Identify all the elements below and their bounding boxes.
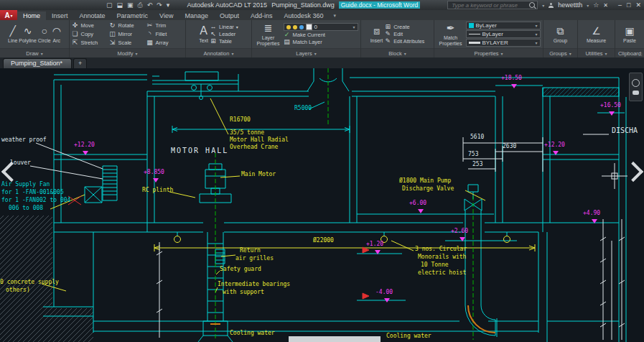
ribbon-tab-manage[interactable]: Manage xyxy=(179,11,214,20)
table-tool[interactable]: ⊞Table xyxy=(210,38,238,45)
ribbon-minimize-icon[interactable]: – xyxy=(633,52,636,57)
drawing-canvas[interactable]: +18.50+16.50R5000R1670035/5 tonneMotor H… xyxy=(0,68,644,342)
layer-properties-button[interactable]: ≣ Layer Properties xyxy=(255,22,282,46)
panel-label-annotation[interactable]: Annotation▾ xyxy=(186,48,251,57)
fillet-tool[interactable]: ◝Fillet xyxy=(146,31,184,37)
make-current-button[interactable]: ✓Make Current xyxy=(284,32,358,38)
measure-label: Measure xyxy=(587,38,606,44)
color-swatch xyxy=(469,23,474,28)
ribbon-tab-home[interactable]: Home xyxy=(17,11,46,20)
panel-layers: ≣ Layer Properties 0 ▾ ✓Make Current ▤Ma… xyxy=(252,20,361,57)
favorites-icon[interactable]: ☆ xyxy=(593,1,599,9)
rotate-tool[interactable]: ↻Rotate xyxy=(109,22,146,29)
new-icon[interactable]: ▢ xyxy=(106,1,113,9)
open-icon[interactable]: ⬓ xyxy=(117,1,123,9)
polyline-tool[interactable]: ∿ Polyline xyxy=(19,25,37,44)
infocenter-search[interactable] xyxy=(447,1,538,9)
linetype-dropdown[interactable]: ByLayer ▾ xyxy=(466,30,541,38)
file-tab-pumping-station[interactable]: Pumping_Station* xyxy=(3,58,72,68)
pan-icon[interactable] xyxy=(633,91,639,95)
panel-label-utilities[interactable]: Utilities▾ xyxy=(578,48,615,57)
qat-dropdown-icon[interactable]: ▾ xyxy=(167,1,170,9)
trim-tool[interactable]: ✂Trim xyxy=(146,22,184,29)
steering-wheel-icon[interactable] xyxy=(632,79,640,87)
panel-label-properties[interactable]: Properties▾ xyxy=(434,48,543,57)
draw-panel-caret-icon: ▾ xyxy=(41,51,43,56)
edit-block-button[interactable]: ✎Edit xyxy=(384,31,424,37)
redo-icon[interactable]: ↷ xyxy=(157,1,162,9)
search-dropdown-icon[interactable]: ▾ xyxy=(542,3,544,8)
mirror-tool[interactable]: ◫Mirror xyxy=(109,31,146,37)
panel-label-block[interactable]: Block▾ xyxy=(361,48,434,57)
layers-panel-caret-icon: ▾ xyxy=(314,51,317,56)
copy-tool[interactable]: ❏Copy xyxy=(72,31,109,37)
match-layer-button[interactable]: ▤Match Layer xyxy=(284,39,358,45)
ribbon-tab-bar: A ▾ Home Insert Annotate Parametric View… xyxy=(0,10,644,20)
ribbon-tab-view[interactable]: View xyxy=(154,11,179,20)
arc-tool[interactable]: ◠ Arc xyxy=(52,25,61,44)
save-icon[interactable]: ▣ xyxy=(127,1,134,9)
ribbon-tab-autodesk-360[interactable]: Autodesk 360 xyxy=(279,11,330,20)
ribbon-tab-add-ins[interactable]: Add-ins xyxy=(245,11,279,20)
line-tool[interactable]: ╱ Line xyxy=(8,25,17,44)
leader-tool[interactable]: ↖Leader xyxy=(210,31,238,37)
navigation-bar[interactable] xyxy=(629,73,643,101)
circle-tool[interactable]: ○ Circle xyxy=(38,25,51,44)
ribbon-tab-parametric[interactable]: Parametric xyxy=(111,11,154,20)
panel-utilities: ∠ Measure Utilities▾ xyxy=(578,20,615,57)
infocenter-close-icon[interactable]: ✕ xyxy=(603,2,608,9)
measure-icon: ∠ xyxy=(592,25,601,37)
signin-dropdown-icon[interactable]: ▾ xyxy=(587,3,589,8)
layer-dropdown[interactable]: 0 ▾ xyxy=(284,23,358,31)
edit-attributes-button[interactable]: ✎Edit Attributes xyxy=(384,38,424,45)
signin-user[interactable]: hewettth xyxy=(558,1,582,9)
create-block-button[interactable]: ⊞Create xyxy=(384,24,424,30)
layer-on-icon xyxy=(286,25,291,29)
text-tool[interactable]: A Text xyxy=(199,25,208,44)
panel-modify: ✜Move ↻Rotate ✂Trim ❏Copy ◫Mirror ◝Fille… xyxy=(70,20,186,57)
ribbon-maximize-icon[interactable]: □ xyxy=(639,52,642,57)
insert-block-label: Insert xyxy=(370,38,383,44)
app-title: Autodesk AutoCAD LT 2015 xyxy=(187,1,267,9)
ribbon: ╱ Line ∿ Polyline ○ Circle ◠ Arc Draw▾ xyxy=(0,20,644,57)
fillet-icon: ◝ xyxy=(146,31,154,37)
paste-button[interactable]: ▣ Paste xyxy=(623,25,636,44)
scale-tool[interactable]: ⇲Scale xyxy=(109,40,146,46)
search-icon[interactable] xyxy=(529,2,535,8)
quick-access-toolbar: ▢ ⬓ ▣ ⎙ ↶ ↷ ▾ xyxy=(106,1,169,9)
linear-caret-icon: ▾ xyxy=(236,25,238,29)
panel-label-draw[interactable]: Draw▾ xyxy=(0,48,69,57)
ribbon-window-controls[interactable]: – □ xyxy=(633,52,642,57)
array-icon: ▦ xyxy=(146,40,154,46)
measure-button[interactable]: ∠ Measure xyxy=(587,25,606,44)
color-dropdown-caret-icon: ▾ xyxy=(535,23,537,28)
array-tool[interactable]: ▦Array xyxy=(146,40,184,46)
color-dropdown[interactable]: ByLayer ▾ xyxy=(466,22,541,29)
match-properties-label: Match Properties xyxy=(437,35,465,46)
undo-icon[interactable]: ↶ xyxy=(147,1,153,9)
move-tool[interactable]: ✜Move xyxy=(72,22,109,29)
search-input[interactable] xyxy=(450,1,529,9)
maximize-button[interactable]: □ xyxy=(627,1,630,9)
ribbon-tab-output[interactable]: Output xyxy=(214,11,245,20)
ribbon-display-toggle-icon[interactable]: ▾ xyxy=(334,13,337,20)
group-button[interactable]: ⧉ Group xyxy=(554,25,567,44)
ribbon-tab-insert[interactable]: Insert xyxy=(46,11,74,20)
panel-label-layers[interactable]: Layers▾ xyxy=(252,48,360,57)
close-button[interactable]: ✕ xyxy=(635,1,641,9)
stretch-tool[interactable]: ⇱Stretch xyxy=(72,40,109,46)
layer-thaw-icon xyxy=(293,25,297,29)
application-menu-button[interactable]: A ▾ xyxy=(0,10,17,20)
linear-dimension-tool[interactable]: ↔Linear▾ xyxy=(210,24,238,30)
block-panel-caret-icon: ▾ xyxy=(404,51,406,56)
move-icon: ✜ xyxy=(72,22,79,29)
plot-icon[interactable]: ⎙ xyxy=(138,1,143,9)
minimize-button[interactable]: – xyxy=(618,1,622,9)
ribbon-tab-annotate[interactable]: Annotate xyxy=(74,11,111,20)
new-drawing-tab-button[interactable]: + xyxy=(73,58,87,68)
match-properties-button[interactable]: ✒ Match Properties xyxy=(437,22,465,46)
panel-label-modify[interactable]: Modify▾ xyxy=(70,48,185,57)
panel-label-groups[interactable]: Groups▾ xyxy=(543,48,577,57)
lineweight-dropdown[interactable]: BYLAYER ▾ xyxy=(466,39,541,47)
insert-block-button[interactable]: ⧈ Insert xyxy=(370,25,383,44)
